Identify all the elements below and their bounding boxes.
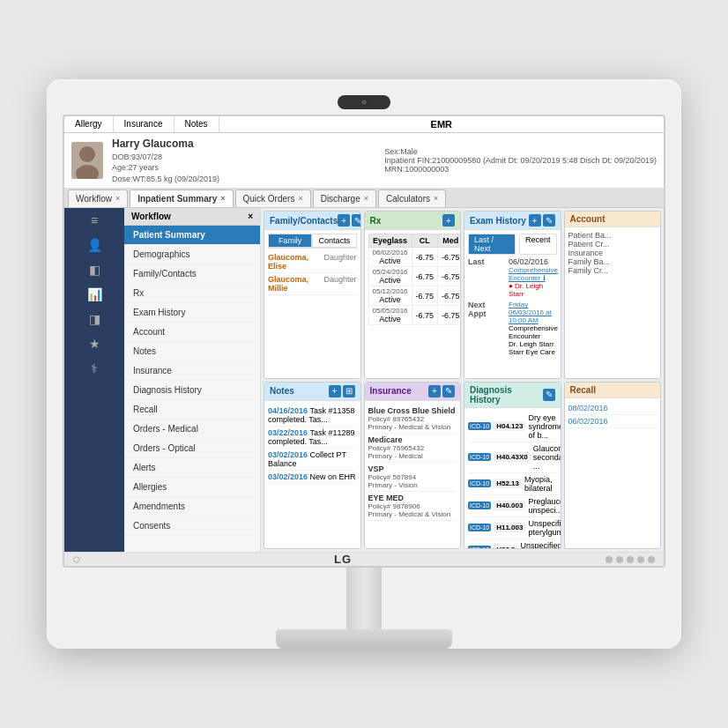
insurance-actions: + ✎ [428,385,455,397]
screen: Allergy Insurance Notes EMR Harry Glauco… [63,115,665,568]
rx-col-cl: CL [412,234,438,248]
patient-dose: Dose:WT:85.5 kg (09/20/2019) [112,174,375,185]
workflow-item-alerts[interactable]: Alerts [124,458,260,478]
rx-row-3: 05/12/2016Active -6.75 -6.75 [368,286,460,306]
tab-discharge[interactable]: Discharge × [313,189,376,207]
tab-quick-close[interactable]: × [298,194,302,203]
family-contacts-add[interactable]: + [338,214,350,227]
notes-expand[interactable]: ⊞ [343,385,355,397]
tab-inpatient-summary[interactable]: Inpatient Summary × [130,189,233,207]
sidebar-user-icon[interactable]: 👤 [64,233,124,257]
workflow-item-orders-med[interactable]: Orders - Medical [124,420,260,439]
sidebar-menu-icon[interactable]: ≡ [64,208,124,233]
exam-history-settings[interactable]: ✎ [543,214,555,227]
exam-next-detail: Friday 06/03/2016 at 10:00 AM Comprehens… [509,301,558,356]
account-family-balance: Family Ba... [568,257,657,266]
note-item-2: 03/22/2016 Task #11289 completed. Tas... [268,427,357,449]
diag-item-5: ICD-10 H11.003 Unspecified pterylgum... [468,517,557,539]
workflow-item-rx[interactable]: Rx [124,284,260,303]
exam-tab-recent[interactable]: Recent [519,234,557,255]
exam-next-date-link[interactable]: Friday 06/03/2016 at 10:00 AM [509,301,558,324]
sidebar-panel-icon[interactable]: ◧ [64,257,124,282]
workflow-item-exam[interactable]: Exam History [124,303,260,323]
diagnosis-history-body: ICD-10 H04.123 Dry eye syndrome of b... … [464,408,561,549]
recall-item-2: 06/02/2016 [568,415,657,428]
patient-info: Harry Glaucoma DOB:93/07/28 Age:27 years… [112,137,375,185]
exam-history-actions: + ✎ [529,214,555,227]
workflow-item-diagnosis[interactable]: Diagnosis History [124,381,260,400]
note-item-1: 04/16/2016 Task #11358 completed. Tas... [268,405,357,427]
monitor: Allergy Insurance Notes EMR Harry Glauco… [47,79,681,650]
workflow-item-demographics[interactable]: Demographics [124,245,260,264]
ctrl-btn-3[interactable] [627,556,634,563]
tab-discharge-close[interactable]: × [364,194,368,203]
sidebar-medical-icon[interactable]: ⚕ [64,356,124,381]
stand-neck [346,568,382,629]
ctrl-btn-5[interactable] [648,556,655,563]
workflow-item-family[interactable]: Family/Contacts [124,264,260,284]
monitor-bezel-bottom: ⬡ LG [64,552,664,566]
notes-add[interactable]: + [329,385,341,397]
workflow-item-consents[interactable]: Consents [124,516,260,536]
sidebar-star-icon[interactable]: ★ [64,331,124,356]
family-contacts-body: Family Contacts Glaucoma, Elise Daughter… [264,230,360,378]
ctrl-btn-4[interactable] [637,556,644,563]
family-tab-family[interactable]: Family [268,234,312,248]
monitor-top-bar [63,95,665,109]
tab-calculators[interactable]: Calculators × [378,189,446,207]
workflow-close[interactable]: × [248,212,253,221]
tab-quick-orders[interactable]: Quick Orders × [235,189,311,207]
notes-tab-top[interactable]: Notes [175,116,219,132]
rx-row-2: 05/24/2016Active -6.75 -6.75 [368,267,460,286]
sidebar-chart-icon[interactable]: 📊 [64,282,124,307]
tab-calc-close[interactable]: × [434,194,438,203]
exam-history-add[interactable]: + [529,214,541,227]
sidebar-grid-icon[interactable]: ◨ [64,307,124,331]
tab-workflow-close[interactable]: × [115,194,120,203]
insurance-panel: Insurance + ✎ Blue Cross Blue Shield Pol… [364,382,462,550]
diagnosis-edit[interactable]: ✎ [543,389,555,401]
recall-panel: Recall 08/02/2016 06/02/2016 [564,382,662,550]
family-contacts-settings[interactable]: ✎ [352,214,360,227]
workflow-item-insurance[interactable]: Insurance [124,361,260,381]
workflow-item-allergies[interactable]: Allergies [124,478,260,497]
insurance-add[interactable]: + [428,385,441,397]
exam-next-row: Next Appt Friday 06/03/2016 at 10:00 AM … [468,301,557,356]
insurance-tab[interactable]: Insurance [114,116,175,132]
workflow-item-notes[interactable]: Notes [124,342,260,361]
rx-body: Eyeglass CL Med 06/02/2016Active -6.75 [365,230,461,378]
family-tab-contacts[interactable]: Contacts [312,234,356,248]
ins-vsp: VSP Policy# 567894 Primary - Vision [368,463,457,492]
workflow-item-amendments[interactable]: Amendments [124,497,260,516]
exam-last-detail: 06/02/2016 Comprehensive Encounter ℹ ● D… [509,257,558,298]
ctrl-btn-2[interactable] [616,556,623,563]
workflow-item-patient-summary[interactable]: Patient Summary [124,226,260,245]
insurance-body: Blue Cross Blue Shield Policy# 89765432 … [365,401,461,549]
exam-next-label: Next Appt [468,301,503,356]
account-body: Patient Ba... Patient Cr... Insurance Fa… [565,227,661,378]
family-row-millie: Glaucoma, Millie Daughter [268,273,357,295]
ins-bcbs: Blue Cross Blue Shield Policy# 89765432 … [368,405,457,434]
ctrl-btn-1[interactable] [605,556,613,563]
rx-table: Eyeglass CL Med 06/02/2016Active -6.75 [368,234,461,325]
workflow-item-orders-opt[interactable]: Orders - Optical [124,439,260,458]
family-name-millie[interactable]: Glaucoma, Millie [268,275,323,293]
insurance-settings[interactable]: ✎ [442,385,455,397]
family-relation-millie: Daughter [323,275,356,293]
exam-encounter-link[interactable]: Comprehensive Encounter ℹ [509,266,558,282]
tab-inpatient-close[interactable]: × [220,194,225,203]
rx-add[interactable]: + [442,214,455,227]
rx-col-med: Med [438,234,460,248]
workflow-item-account[interactable]: Account [124,323,260,342]
diagnosis-history-header: Diagnosis History ✎ [464,383,561,408]
monitor-brand: LG [334,553,352,566]
family-row-elise: Glaucoma, Elise Daughter [268,251,357,273]
family-name-elise[interactable]: Glaucoma, Elise [268,253,323,271]
allergy-tab[interactable]: Allergy [64,116,114,132]
exam-tab-last-next[interactable]: Last / Next [468,234,516,255]
exam-history-header: Exam History + ✎ [464,212,561,230]
workflow-item-recall[interactable]: Recall [124,400,260,420]
account-panel: Account Patient Ba... Patient Cr... Insu… [564,211,662,379]
rx-header: Rx + [365,212,461,230]
tab-workflow[interactable]: Workflow × [68,189,128,207]
